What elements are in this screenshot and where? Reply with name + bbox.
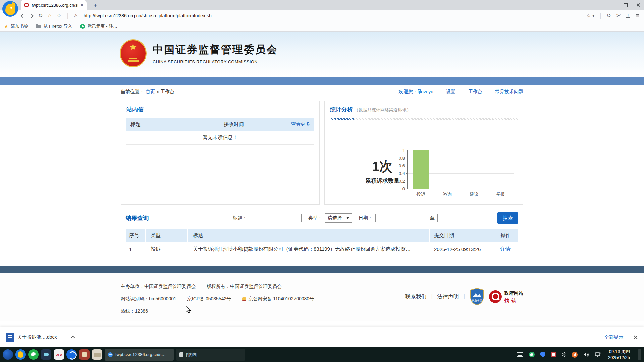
launcher-ofd-icon[interactable]: OFD <box>54 349 64 360</box>
taskbar: OFD fwpt.csrc12386.org.cn/s… [微信] <box>0 347 644 362</box>
launcher-terminal-icon[interactable] <box>41 349 51 360</box>
launcher-chat-icon[interactable] <box>28 349 39 360</box>
browser-tab[interactable]: fwpt.csrc12386.org.cn/sh… × <box>21 0 87 10</box>
shield-tray-icon[interactable] <box>540 352 545 357</box>
launcher-files-icon[interactable] <box>92 349 102 360</box>
volume-icon[interactable] <box>583 352 589 357</box>
favorite-star-icon[interactable]: ☆ <box>586 13 591 18</box>
appstore-icon[interactable] <box>572 352 578 358</box>
chart-ytick-label: 0.8 <box>390 156 405 161</box>
site-title: 中国证券监督管理委员会 <box>153 43 278 57</box>
menu-icon[interactable]: ≡ <box>636 13 639 19</box>
breadcrumb-home-link[interactable]: 首页 <box>146 89 155 95</box>
chevron-down-icon[interactable]: ▾ <box>592 14 594 18</box>
footer-separator: | <box>464 294 465 300</box>
bookmark-import[interactable]: 从 Firefox 导入 <box>36 23 72 29</box>
window-title: [微信] <box>186 352 197 358</box>
shield-icon <box>470 288 484 305</box>
window-favicon-icon <box>108 352 113 357</box>
shield-badge-label: 事业单位 <box>470 299 484 302</box>
insecure-warning-icon[interactable]: ⚠ <box>74 13 78 18</box>
inbox-empty-message: 暂无未读信息！ <box>126 131 314 145</box>
footer-site-id: 网站识别码：bm56000001 <box>121 296 176 302</box>
home-icon[interactable]: ⌂ <box>48 13 51 18</box>
footer: 主办单位：中国证券监督管理委员会 版权所有：中国证券监督管理委员会 网站识别码：… <box>0 273 644 321</box>
show-all-downloads-link[interactable]: 全部显示 <box>604 334 623 340</box>
launcher-browser-icon[interactable] <box>15 349 26 360</box>
taskbar-window-browser[interactable]: fwpt.csrc12386.org.cn/s… <box>105 349 174 361</box>
detail-link[interactable]: 详情 <box>500 246 511 252</box>
scissors-icon[interactable]: ✂ <box>616 13 621 18</box>
keyboard-icon[interactable] <box>517 352 523 357</box>
inbox-panel: 站内信 标题 接收时间 查看更多 暂无未读信息！ <box>121 101 320 205</box>
minimize-button[interactable] <box>610 3 615 7</box>
launcher-web-icon[interactable] <box>66 349 77 360</box>
favorite-group: ☆ ▾ <box>586 13 594 18</box>
results-table-header: 序号 类型 标题 提交日期 操作 <box>126 229 518 242</box>
bluetooth-icon[interactable] <box>562 352 566 357</box>
cell-seq: 1 <box>126 246 146 252</box>
col-action: 操作 <box>494 229 518 242</box>
bookmark-label: 添加书签 <box>11 23 28 29</box>
emblem-star-icon: ★ <box>120 43 147 51</box>
download-bar: 关于投诉浙….docx 全部显示 <box>0 327 644 347</box>
chevron-up-icon[interactable] <box>71 336 75 340</box>
inbox-col-time: 接收时间 <box>224 121 291 128</box>
bookmark-yuanbao[interactable]: 腾讯元宝 - 轻… <box>80 23 117 29</box>
undo-icon[interactable]: ↺ <box>607 13 611 18</box>
chart-category-label: 举报 <box>487 191 514 197</box>
url-bar[interactable]: http://fwpt.csrc12386.org.cn/sh.csrc.pla… <box>84 13 581 18</box>
workbench-link[interactable]: 工作台 <box>468 89 482 95</box>
red-app-tray-icon[interactable] <box>551 352 556 357</box>
breadcrumb-label: 当前位置： <box>121 89 144 95</box>
breadcrumb-current: 工作台 <box>160 89 174 95</box>
taskbar-clock[interactable]: 09:13 周四 2025/12/25 <box>608 349 630 360</box>
display-network-icon[interactable] <box>595 352 601 357</box>
stats-title-row: 统计分析（数据只统计网络渠道诉求） <box>330 106 518 113</box>
close-download-bar-icon[interactable] <box>633 335 638 340</box>
launcher-red-app-icon[interactable] <box>79 349 90 360</box>
title-search-input[interactable] <box>250 214 302 222</box>
show-desktop-button[interactable] <box>638 349 641 360</box>
close-window-button[interactable] <box>636 3 641 7</box>
footer-hotline: 热线：12386 <box>121 308 148 314</box>
cell-action: 详情 <box>494 246 518 252</box>
download-icon[interactable] <box>626 14 630 18</box>
new-tab-button[interactable]: + <box>91 1 99 9</box>
footer-links: 联系我们 | 法律声明 | 事业单位 政府网站 <box>405 284 523 305</box>
download-item[interactable]: 关于投诉浙….docx <box>6 333 74 342</box>
bookmark-star-icon[interactable]: ☆ <box>57 13 61 18</box>
wechat-tray-icon[interactable] <box>529 352 535 357</box>
gov-error-bottom: 找错 <box>504 297 523 303</box>
toolbar-divider-2: | <box>600 12 601 19</box>
view-more-link[interactable]: 查看更多 <box>291 121 314 127</box>
welcome-user-link[interactable]: 欢迎您：fjloveyu <box>399 89 433 95</box>
gov-site-error-badge[interactable]: 政府网站 找错 <box>489 290 523 303</box>
main-navbar <box>0 77 644 85</box>
reload-icon[interactable]: ↻ <box>38 13 43 18</box>
chart-category-label: 建议 <box>461 191 487 197</box>
bookmark-label: 腾讯元宝 - 轻… <box>87 23 117 29</box>
faq-link[interactable]: 常见技术问题 <box>495 89 523 95</box>
yuanbao-icon <box>80 24 85 29</box>
settings-link[interactable]: 设置 <box>446 89 455 95</box>
footer-separator: | <box>431 294 433 300</box>
bookmark-label: 从 Firefox 导入 <box>43 23 72 29</box>
forward-icon[interactable] <box>29 14 34 18</box>
chart-ytick-label: 0.6 <box>390 163 405 169</box>
screen: fwpt.csrc12386.org.cn/sh… × + ↻ ⌂ ☆ | ⚠ … <box>0 0 644 362</box>
public-institution-badge[interactable]: 事业单位 <box>470 288 484 305</box>
bookmark-add[interactable]: ★ 添加书签 <box>4 23 28 29</box>
window-controls <box>610 0 641 10</box>
contact-link[interactable]: 联系我们 <box>405 293 427 300</box>
taskbar-window-wechat[interactable]: [微信] <box>176 349 245 361</box>
chart-ytick-label: 0.2 <box>390 179 405 184</box>
mouse-cursor <box>185 306 192 314</box>
maximize-button[interactable] <box>623 3 628 7</box>
back-icon[interactable] <box>21 14 25 18</box>
type-field-label: 类型： <box>308 215 322 221</box>
tab-close-icon[interactable]: × <box>80 3 83 7</box>
launcher-system-icon[interactable] <box>3 349 13 360</box>
legal-link[interactable]: 法律声明 <box>437 293 459 300</box>
browser-logo[interactable] <box>2 1 18 17</box>
